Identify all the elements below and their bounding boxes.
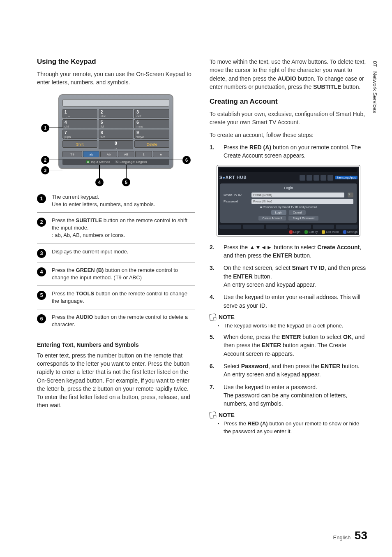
step-num: 5.	[210, 333, 216, 358]
hub-app-icons	[300, 175, 333, 181]
keypad-key: 1. , –	[62, 109, 97, 118]
field-label-password: Password	[224, 200, 248, 203]
keypad-key: 3def	[134, 109, 169, 118]
hub-samsung-apps: Samsung Apps	[335, 176, 357, 179]
step-num: 1.	[210, 143, 216, 160]
dropdown-icon: ▼	[348, 193, 353, 197]
mode-star: ★	[153, 151, 169, 157]
mode-Ab: Ab	[100, 151, 117, 157]
right-column: To move within the text, use the Arrow b…	[210, 58, 367, 437]
legend-num-6: 6	[37, 314, 46, 323]
legend-num-5: 5	[37, 291, 46, 300]
step-text: Press the RED (A) button on your remote …	[224, 143, 367, 160]
keypad-key: 5jkl	[99, 119, 134, 128]
steps-group-a: 1. Press the RED (A) button on your remo…	[210, 143, 367, 160]
chapter-title: Network Services	[372, 71, 378, 113]
legend-num-3: 3	[37, 249, 46, 258]
legend-num-2: 2	[37, 218, 46, 227]
footer-language: English	[333, 534, 351, 541]
step-num: 6.	[210, 362, 216, 379]
key-shift: Shift	[62, 140, 97, 148]
callout-5: 5	[122, 178, 130, 186]
hub-logo: S●ART HUB	[219, 175, 247, 180]
field-input-id: Press [Enter]	[251, 193, 344, 197]
legend-text-6: Press the AUDIO button on the remote con…	[52, 313, 195, 328]
steps-group-c: 5. When done, press the ENTER button to …	[210, 333, 367, 408]
mode-1: 1	[135, 151, 152, 157]
page-number: 53	[355, 529, 367, 542]
intro-paragraph: Through your remote, you can use the On-…	[37, 70, 195, 87]
hub-app-tiles	[219, 225, 357, 229]
step-num: 2.	[210, 243, 216, 260]
callout-6: 6	[182, 156, 191, 164]
legend-text-2: Press the SUBTITLE button on the remote …	[52, 217, 195, 239]
keypad-key: 4ghi	[62, 119, 97, 128]
login-panel: Login Smart TV ID Press [Enter] ▼ Passwo…	[220, 183, 357, 223]
step-text: When done, press the ENTER button to sel…	[224, 333, 367, 358]
mode-ab: ab	[83, 151, 99, 157]
note-list-1: The keypad works like the keypad on a ce…	[210, 322, 367, 330]
left-column: Using the Keypad Through your remote, yo…	[37, 58, 195, 437]
keypad-key: 2abc	[99, 109, 134, 118]
chapter-number: 07	[372, 61, 378, 67]
note-item: The keypad works like the keypad on a ce…	[218, 322, 367, 330]
step-num: 7.	[210, 383, 216, 408]
hub-color-legend: Login Sort by Edit Mode Settings	[219, 230, 357, 234]
keypad-footer-legend: BInput Method ⌂Language: English	[62, 159, 169, 165]
create-account-button: Create Account	[258, 216, 286, 220]
paragraph-creating-2: To create an account, follow these steps…	[210, 131, 367, 139]
legend-text-5: Press the TOOLS button on the remote con…	[52, 290, 195, 305]
callout-3: 3	[41, 166, 49, 174]
paragraph-creating-1: To establish your own, exclusive, config…	[210, 110, 367, 127]
key-delete: Delete	[134, 140, 169, 148]
step-text: Press the ▲▼◄► buttons to select Create …	[224, 243, 367, 260]
heading-creating-account: Creating an Account	[210, 97, 367, 106]
heading-using-keypad: Using the Keypad	[37, 58, 195, 66]
note-heading-2: NOTE	[210, 412, 367, 418]
callout-4: 4	[95, 178, 104, 186]
callout-legend-table: 1 The current keypad.Use to enter letter…	[37, 189, 195, 333]
field-input-password: Press [Enter]	[251, 199, 353, 204]
step-text: On the next screen, select Smart TV ID, …	[224, 264, 367, 289]
legend-num-1: 1	[37, 194, 46, 203]
step-text: Use the keypad to enter your e-mail addr…	[224, 293, 367, 310]
note-item: Press the RED (A) button on your remote …	[218, 420, 367, 435]
field-label-id: Smart TV ID	[224, 193, 248, 197]
keypad-figure: 1 2 3 6 4 5 1. , –2abc3def4ghi5jkl6mno7p…	[58, 94, 173, 169]
keypad-key: 7pqrs	[62, 130, 97, 139]
keypad-input-area	[62, 99, 169, 107]
note-list-2: Press the RED (A) button on your remote …	[210, 420, 367, 435]
remember-checkbox-label: ■ Remember my Smart TV ID and password	[224, 206, 353, 209]
note-heading-1: NOTE	[210, 314, 367, 320]
chapter-tab: 07 Network Services	[372, 61, 378, 113]
cancel-button: Cancel	[289, 210, 306, 215]
heading-entering-text: Entering Text, Numbers and Symbols	[37, 341, 195, 348]
callout-2: 2	[41, 156, 49, 164]
callout-1: 1	[41, 124, 49, 132]
key-t9: T9	[62, 151, 82, 157]
steps-group-b: 2. Press the ▲▼◄► buttons to select Crea…	[210, 243, 367, 310]
forgot-password-button: Forgot Password	[288, 216, 318, 220]
keypad-key: 6mno	[134, 119, 169, 128]
legend-text-4: Press the GREEN (B) button on the remote…	[52, 267, 195, 281]
legend-text-3: Displays the current input mode.	[52, 248, 128, 258]
legend-num-4: 4	[37, 267, 46, 276]
page-footer: English 53	[333, 529, 367, 542]
step-text: Select Password, and then press the ENTE…	[224, 362, 367, 379]
login-button: Login	[271, 210, 286, 215]
onscreen-keypad: 1. , –2abc3def4ghi5jkl6mno7pqrs8tuv9wxyz…	[58, 94, 173, 169]
key-zero: 0␣	[99, 140, 134, 149]
legend-text-1: The current keypad.Use to enter letters,…	[52, 193, 155, 208]
paragraph-move-text: To move within the text, use the Arrow b…	[210, 58, 367, 91]
hub-search-bar	[219, 168, 357, 172]
mode-AB: AB	[118, 151, 134, 157]
step-num: 3.	[210, 264, 216, 289]
note-icon	[209, 313, 217, 321]
paragraph-entering-text: To enter text, press the number button o…	[37, 351, 195, 410]
keypad-key: 8tuv	[99, 130, 134, 139]
login-panel-title: Login	[224, 186, 353, 190]
step-text: Use the keypad to enter a password.The p…	[224, 383, 367, 408]
smart-hub-screenshot: S●ART HUB Samsung Apps Login Smart TV ID…	[217, 165, 360, 237]
note-icon	[209, 412, 217, 419]
keypad-key: 9wxyz	[134, 130, 169, 139]
